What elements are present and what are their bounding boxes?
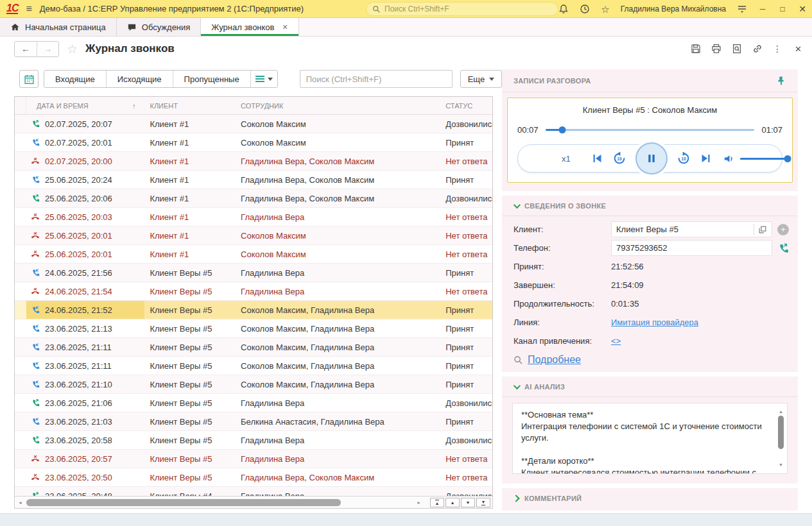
scroll-right-arrow-icon[interactable]: ▸ (415, 500, 422, 505)
skip-previous-button[interactable] (590, 151, 604, 165)
details-link[interactable]: Подробнее (528, 354, 581, 366)
scroll-left-arrow-icon[interactable]: ◂ (17, 500, 24, 505)
table-row[interactable]: 23.06.2025, 21:03Клиент Веры #5Белкина А… (15, 412, 492, 431)
column-header-employee[interactable]: СОТРУДНИК (236, 102, 440, 110)
phone-field[interactable]: 79375293652 (611, 240, 772, 256)
tab-close-icon[interactable]: ✕ (282, 23, 288, 31)
print-icon[interactable] (711, 44, 721, 54)
row-selector-cell (15, 431, 26, 449)
row-client: Клиент #1 (144, 226, 236, 244)
create-client-button[interactable]: + (777, 224, 789, 235)
table-row[interactable]: 23.06.2025, 21:11Клиент Веры #5Соколов М… (15, 338, 492, 357)
volume-thumb[interactable] (784, 155, 791, 162)
tab-discussions[interactable]: Обсуждения (117, 18, 202, 36)
progress-track[interactable] (546, 129, 755, 131)
table-row[interactable]: 02.07.2025, 20:07Клиент #1Соколов Максим… (15, 115, 492, 133)
table-row[interactable]: 02.07.2025, 20:00Клиент #1Гладилина Вера… (15, 152, 492, 171)
table-row[interactable]: 25.06.2025, 20:24Клиент #1Гладилина Вера… (15, 171, 492, 189)
table-row[interactable]: 23.06.2025, 21:13Клиент Веры #5Соколов М… (15, 319, 492, 338)
go-previous-row-button[interactable]: ▲ (445, 498, 460, 507)
rewind-10-button[interactable]: 10 (612, 151, 626, 165)
save-icon[interactable] (691, 44, 701, 54)
info-link-value[interactable]: <> (611, 336, 621, 346)
history-icon[interactable] (580, 4, 590, 14)
scrollbar-thumb[interactable] (26, 499, 341, 506)
back-button[interactable]: ← (15, 42, 37, 56)
scroll-down-arrow-icon[interactable]: ▼ (776, 459, 786, 471)
progress-thumb[interactable] (558, 126, 566, 133)
minimize-button[interactable]: ─ (758, 4, 767, 13)
table-row[interactable]: 23.06.2025, 20:50Клиент Веры #5Гладилина… (15, 468, 492, 487)
ai-scrollbar-thumb[interactable] (778, 416, 784, 449)
more-button[interactable]: Еще (460, 70, 502, 88)
table-row[interactable]: 25.06.2025, 20:06Клиент #1Гладилина Вера… (15, 189, 492, 208)
forward-button[interactable]: → (37, 42, 58, 56)
table-row[interactable]: 23.06.2025, 20:57Клиент Веры #5Гладилина… (15, 450, 492, 468)
tab-call-journal[interactable]: Журнал звонков ✕ (201, 18, 298, 36)
horizontal-scrollbar[interactable]: ◂ ▸ ▲ ▲ ▼ ▼ (15, 496, 492, 508)
info-link-value[interactable]: Имитация провайдера (611, 318, 698, 327)
pin-icon[interactable] (776, 76, 786, 86)
link-icon[interactable] (752, 44, 763, 54)
go-first-row-button[interactable]: ▲ (430, 498, 444, 507)
current-user-name[interactable]: Гладилина Вера Михайловна (621, 4, 726, 13)
progress-slider[interactable]: 00:07 01:07 (515, 125, 785, 135)
volume-icon[interactable] (723, 153, 735, 165)
calendar-icon (24, 74, 35, 85)
table-search-input[interactable] (300, 70, 453, 88)
table-row[interactable]: 23.06.2025, 21:10Клиент Веры #5Соколов М… (15, 375, 492, 394)
table-row[interactable]: 25.06.2025, 20:03Клиент #1Гладилина Вера… (15, 208, 492, 226)
notifications-bell-icon[interactable] (558, 4, 569, 14)
forward-10-button[interactable]: 10 (677, 151, 691, 165)
ai-analysis-text[interactable]: **Основная тема**Интеграция телефонии с … (512, 403, 788, 474)
filter-missed-button[interactable]: Пропущенные (173, 71, 250, 87)
maximize-button[interactable]: □ (778, 4, 787, 13)
go-next-row-button[interactable]: ▼ (461, 498, 475, 507)
ai-analysis-header[interactable]: AI АНАЛИЗ (502, 377, 798, 397)
table-row[interactable]: 23.06.2025, 20:48Клиент Веры #4Гладилина… (15, 487, 492, 496)
preview-icon[interactable] (732, 44, 742, 54)
table-row[interactable]: 23.06.2025, 20:58Клиент Веры #5Гладилина… (15, 431, 492, 450)
favorites-star-icon[interactable]: ☆ (601, 4, 609, 14)
column-header-status[interactable]: СТАТУС (440, 102, 492, 110)
filter-list-menu-button[interactable] (250, 71, 277, 87)
row-employee: Гладилина Вера (236, 264, 440, 282)
calendar-period-button[interactable] (19, 70, 39, 88)
filter-incoming-button[interactable]: Входящие (44, 71, 106, 87)
client-field[interactable]: Клиент Веры #5 (611, 221, 772, 237)
volume-slider[interactable] (740, 158, 788, 160)
service-menu-icon[interactable] (737, 4, 747, 14)
sort-ascending-icon[interactable]: ↑ (132, 102, 136, 110)
filter-outgoing-button[interactable]: Исходящие (106, 71, 173, 87)
skip-next-button[interactable] (699, 151, 713, 165)
pause-button[interactable] (635, 142, 668, 174)
add-to-favorites-star-icon[interactable]: ☆ (67, 42, 78, 56)
table-row[interactable]: 24.06.2025, 21:56Клиент Веры #5Гладилина… (15, 264, 492, 282)
close-form-icon[interactable]: ✕ (795, 44, 802, 54)
table-row[interactable]: 25.06.2025, 20:01Клиент #1Соколов Максим… (15, 245, 492, 264)
table-row[interactable]: 24.06.2025, 21:54Клиент Веры #5Гладилина… (15, 282, 492, 301)
more-actions-dots-icon[interactable]: ⋮ (773, 44, 782, 54)
table-row[interactable]: 23.06.2025, 21:06Клиент Веры #5Гладилина… (15, 394, 492, 412)
ai-scrollbar[interactable]: ▲ ▼ (776, 405, 786, 472)
scrollbar-track[interactable] (24, 498, 415, 507)
call-info-header[interactable]: СВЕДЕНИЯ О ЗВОНКЕ (502, 196, 798, 216)
global-search-input[interactable]: Поиск Ctrl+Shift+F (366, 2, 558, 16)
table-row[interactable]: 23.06.2025, 21:11Клиент Веры #5Соколов М… (15, 357, 492, 375)
playback-speed-button[interactable]: x1 (562, 154, 571, 164)
row-status: Принят (440, 319, 492, 337)
close-window-button[interactable]: ✕ (798, 4, 807, 14)
open-form-icon[interactable] (758, 225, 767, 234)
go-last-row-button[interactable]: ▼ (476, 498, 490, 507)
call-phone-icon[interactable] (777, 242, 789, 254)
tab-home[interactable]: Начальная страница (0, 18, 117, 36)
column-header-client[interactable]: КЛИЕНТ (144, 102, 236, 110)
comment-header[interactable]: КОММЕНТАРИЙ (502, 488, 798, 508)
row-client: Клиент Веры #5 (144, 468, 236, 486)
row-datetime-cell: 25.06.2025, 20:01 (26, 245, 145, 263)
table-row[interactable]: 02.07.2025, 20:01Клиент #1Соколов Максим… (15, 133, 492, 152)
column-header-datetime[interactable]: ДАТА И ВРЕМЯ ↑ (26, 102, 145, 110)
table-row[interactable]: 24.06.2025, 21:52Клиент Веры #5Соколов М… (15, 301, 492, 319)
main-menu-icon[interactable]: ≡ (26, 3, 31, 15)
table-row[interactable]: 25.06.2025, 20:01Клиент #1Соколов Максим… (15, 226, 492, 245)
